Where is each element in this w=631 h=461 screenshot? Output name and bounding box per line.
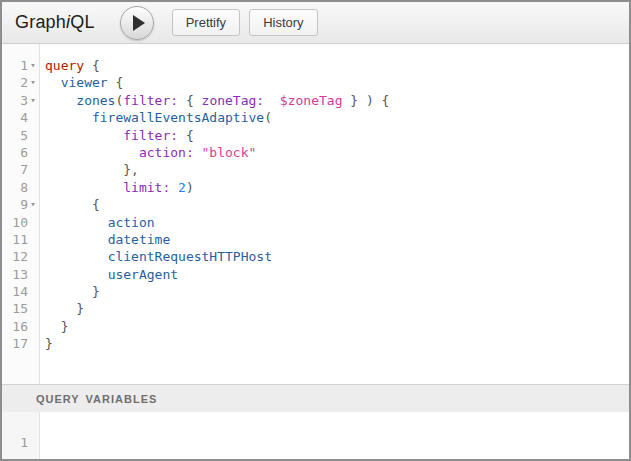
code-token: }, bbox=[45, 162, 139, 177]
code-token bbox=[264, 93, 280, 108]
line-number: 1 bbox=[20, 57, 28, 74]
variables-gutter: 1 bbox=[2, 412, 40, 459]
line-number: 16 bbox=[12, 318, 28, 335]
code-line: firewallEventsAdaptive( bbox=[45, 109, 629, 126]
code-line: { bbox=[45, 196, 629, 213]
gutter-row: 1▾ bbox=[2, 57, 39, 74]
code-token bbox=[45, 128, 123, 143]
gutter-row: 2▾ bbox=[2, 74, 39, 91]
gutter-row: 4 bbox=[2, 109, 39, 126]
graphiql-logo: GraphiQL bbox=[15, 12, 95, 33]
line-number: 17 bbox=[12, 335, 28, 352]
code-token: } bbox=[45, 284, 100, 299]
code-token: firewallEventsAdaptive bbox=[92, 110, 264, 125]
code-line: query { bbox=[45, 57, 629, 74]
line-number: 2 bbox=[20, 74, 28, 91]
gutter-row: 17 bbox=[2, 335, 39, 352]
gutter-row: 15 bbox=[2, 300, 39, 317]
code-line: } bbox=[45, 335, 629, 352]
code-token: { bbox=[178, 128, 194, 143]
code-token: filter: bbox=[123, 93, 178, 108]
gutter-row: 3▾ bbox=[2, 92, 39, 109]
gutter-row: 9▾ bbox=[2, 196, 39, 213]
fold-arrow-icon[interactable]: ▾ bbox=[28, 196, 38, 213]
fold-arrow-icon[interactable]: ▾ bbox=[28, 57, 38, 74]
gutter-row: 12 bbox=[2, 248, 39, 265]
gutter-row: 8 bbox=[2, 179, 39, 196]
gutter-row: 6 bbox=[2, 144, 39, 161]
code-token: viewer bbox=[61, 75, 108, 90]
code-token: ) bbox=[186, 180, 194, 195]
gutter-row: 10 bbox=[2, 214, 39, 231]
code-line: filter: { bbox=[45, 127, 629, 144]
gutter-row: 16 bbox=[2, 318, 39, 335]
logo-text-graph: Graph bbox=[15, 12, 66, 32]
code-token bbox=[45, 249, 108, 264]
code-token bbox=[45, 75, 61, 90]
code-token: } bbox=[45, 336, 53, 351]
code-token bbox=[45, 267, 108, 282]
code-token: datetime bbox=[108, 232, 171, 247]
execute-query-button[interactable] bbox=[120, 6, 154, 40]
code-token: limit: bbox=[123, 180, 170, 195]
line-number: 9 bbox=[20, 196, 28, 213]
line-number: 10 bbox=[12, 214, 28, 231]
line-number: 1 bbox=[20, 434, 28, 451]
code-line: action bbox=[45, 214, 629, 231]
line-number: 7 bbox=[20, 161, 28, 178]
gutter-row: 5 bbox=[2, 127, 39, 144]
line-number: 4 bbox=[20, 109, 28, 126]
gutter-row: 11 bbox=[2, 231, 39, 248]
code-line: clientRequestHTTPHost bbox=[45, 248, 629, 265]
logo-text-ql: QL bbox=[70, 12, 94, 32]
line-number: 14 bbox=[12, 283, 28, 300]
code-token bbox=[45, 110, 92, 125]
code-token: action bbox=[108, 215, 155, 230]
code-token: { bbox=[84, 58, 100, 73]
code-token: "block" bbox=[202, 145, 257, 160]
code-token: userAgent bbox=[108, 267, 178, 282]
code-token bbox=[45, 180, 123, 195]
code-token bbox=[170, 180, 178, 195]
code-token: clientRequestHTTPHost bbox=[108, 249, 272, 264]
query-variables-header[interactable]: QUERY VARIABLES bbox=[2, 384, 629, 412]
line-number: 13 bbox=[12, 266, 28, 283]
code-token bbox=[45, 145, 139, 160]
code-token: { bbox=[108, 75, 124, 90]
editor-gutter: 1▾2▾3▾456789▾1011121314151617 bbox=[2, 44, 40, 384]
variables-code[interactable]: {"zoneTag":""} bbox=[40, 412, 629, 459]
code-token bbox=[45, 215, 108, 230]
editor-code[interactable]: query { viewer { zones(filter: { zoneTag… bbox=[40, 44, 629, 384]
toolbar: GraphiQL Prettify History bbox=[2, 2, 629, 44]
code-token: } bbox=[45, 319, 68, 334]
code-token bbox=[45, 93, 76, 108]
code-line: zones(filter: { zoneTag: $zoneTag } ) { bbox=[45, 92, 629, 109]
query-editor[interactable]: 1▾2▾3▾456789▾1011121314151617 query { vi… bbox=[2, 44, 629, 384]
graphiql-app: GraphiQL Prettify History 1▾2▾3▾456789▾1… bbox=[0, 0, 631, 461]
code-line: } bbox=[45, 283, 629, 300]
variables-editor[interactable]: 1 {"zoneTag":""} bbox=[2, 412, 629, 459]
code-token bbox=[45, 232, 108, 247]
gutter-row: 14 bbox=[2, 283, 39, 300]
code-token: filter: bbox=[123, 128, 178, 143]
gutter-row: 13 bbox=[2, 266, 39, 283]
code-token: } ) { bbox=[342, 93, 389, 108]
code-line: datetime bbox=[45, 231, 629, 248]
code-line: } bbox=[45, 318, 629, 335]
prettify-button[interactable]: Prettify bbox=[172, 9, 240, 36]
line-number: 15 bbox=[12, 300, 28, 317]
line-number: 11 bbox=[12, 231, 28, 248]
fold-arrow-icon[interactable]: ▾ bbox=[28, 92, 38, 109]
code-line: userAgent bbox=[45, 266, 629, 283]
fold-arrow-icon[interactable]: ▾ bbox=[28, 74, 38, 91]
code-line: } bbox=[45, 300, 629, 317]
code-token: action: bbox=[139, 145, 194, 160]
gutter-row: 1 bbox=[2, 434, 39, 451]
gutter-row: 7 bbox=[2, 161, 39, 178]
code-token: { bbox=[45, 197, 100, 212]
code-token: zoneTag: bbox=[202, 93, 265, 108]
code-line: }, bbox=[45, 161, 629, 178]
line-number: 12 bbox=[12, 248, 28, 265]
line-number: 8 bbox=[20, 179, 28, 196]
history-button[interactable]: History bbox=[249, 9, 317, 36]
